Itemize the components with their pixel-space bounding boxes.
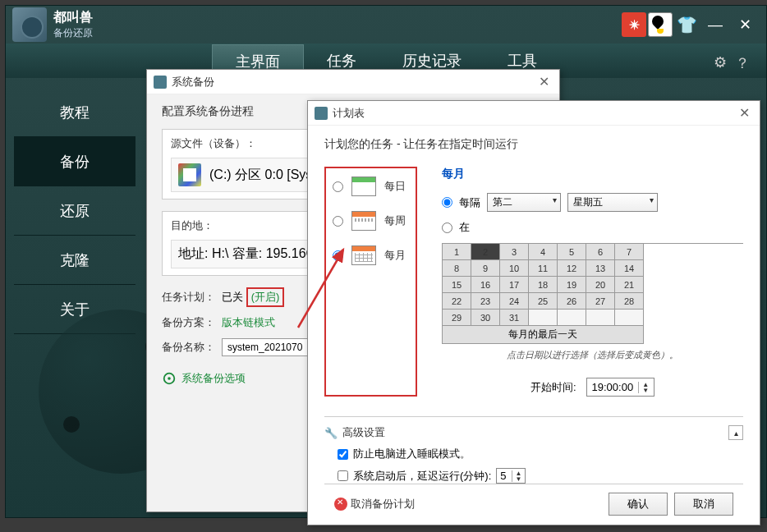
backup-name-input[interactable]: system_2021070 [222,338,308,356]
freq-weekly-radio[interactable] [333,216,343,227]
freq-monthly-radio[interactable] [333,250,343,261]
day-cell-21[interactable]: 21 [615,277,644,293]
sidebar-item-tutorial[interactable]: 教程 [14,88,135,137]
day-cell-17[interactable]: 17 [500,277,529,293]
day-cell-22[interactable]: 22 [443,293,471,310]
day-cell-7[interactable]: 7 [615,244,644,260]
backup-dialog-close[interactable]: ✕ [535,74,553,89]
theme-icon[interactable]: 👕 [674,12,699,37]
schedule-dialog: 计划表 ✕ 计划您的任务 - 让任务在指定时间运行 每日 每周 [307,100,760,525]
plan-status: 已关 [222,290,243,305]
weibo-icon[interactable]: ✴ [622,12,646,37]
day-cell-4[interactable]: 4 [529,244,558,260]
day-cell-1[interactable]: 1 [443,244,471,260]
monthly-every-radio[interactable] [442,197,452,208]
day-cell-28[interactable]: 28 [615,293,644,310]
collapse-button[interactable]: ▴ [728,425,743,440]
sidebar-item-restore[interactable]: 还原 [14,186,135,236]
calendar-weekly-icon [351,211,376,231]
day-cell-11[interactable]: 11 [529,260,558,277]
ok-button[interactable]: 确认 [609,493,668,516]
dialog-icon [315,107,328,120]
day-cell-blank [558,310,586,326]
scheme-value[interactable]: 版本链模式 [222,315,275,330]
wrench-icon: 🔧 [324,427,338,439]
day-cell-23[interactable]: 23 [471,293,500,310]
qq-icon[interactable] [648,12,673,37]
delay-minutes-input[interactable]: 5 ▲▼ [496,468,526,484]
name-label: 备份名称： [162,340,215,355]
help-icon[interactable]: ？ [735,53,750,73]
schedule-dialog-title: 计划表 [333,106,736,121]
no-sleep-option[interactable]: 防止电脑进入睡眠模式。 [338,447,743,461]
freq-daily-radio[interactable] [333,181,343,192]
freq-monthly-option[interactable]: 每月 [333,245,406,265]
day-cell-31[interactable]: 31 [500,310,529,326]
day-cell-26[interactable]: 26 [558,293,586,310]
start-time-label: 开始时间: [530,380,576,395]
day-cell-blank [586,310,615,326]
start-time-input[interactable]: 19:00:00 ▲▼ [586,378,655,397]
scheme-label: 备份方案： [162,315,215,330]
day-cell-16[interactable]: 16 [471,277,500,293]
day-cell-15[interactable]: 15 [443,277,471,293]
delay-start-option[interactable]: 系统启动后，延迟运行(分钟): 5 ▲▼ [338,468,743,484]
weekday-select[interactable]: 星期五 [567,193,658,212]
app-logo-icon [12,7,47,42]
monthly-on-radio[interactable] [442,222,452,233]
calendar-monthly-icon [351,245,376,265]
close-button[interactable]: ✕ [731,16,760,34]
on-label: 在 [459,220,470,235]
last-day-cell[interactable]: 每月的最后一天 [443,326,644,344]
schedule-heading: 计划您的任务 - 让任务在指定时间运行 [324,137,743,152]
freq-weekly-option[interactable]: 每周 [333,211,406,231]
day-cell-3[interactable]: 3 [500,244,529,260]
sidebar: 教程 备份 还原 克隆 关于 [14,88,135,334]
minimize-button[interactable]: — [700,16,731,34]
settings-icon[interactable]: ⚙ [714,53,727,73]
day-cell-5[interactable]: 5 [558,244,586,260]
day-cell-30[interactable]: 30 [471,310,500,326]
delay-start-checkbox[interactable] [338,470,348,481]
day-cell-13[interactable]: 13 [586,260,615,277]
day-cell-12[interactable]: 12 [558,260,586,277]
cancel-button[interactable]: 取消 [674,493,733,516]
sidebar-item-clone[interactable]: 克隆 [14,236,135,285]
dest-drive-text: 地址: H:\ 容量: 195.16GB [178,245,325,263]
plan-toggle-link[interactable]: (开启) [251,291,280,303]
spinner-buttons[interactable]: ▲▼ [638,382,649,393]
ordinal-select[interactable]: 第二 [487,193,561,212]
day-cell-6[interactable]: 6 [586,244,615,260]
day-cell-8[interactable]: 8 [443,260,471,277]
every-label: 每隔 [459,195,480,210]
day-cell-2[interactable]: 2 [471,244,500,260]
freq-daily-option[interactable]: 每日 [333,177,406,196]
day-cell-18[interactable]: 18 [529,277,558,293]
windows-icon [178,163,201,186]
day-cell-14[interactable]: 14 [615,260,644,277]
calendar-daily-icon [351,177,376,196]
day-cell-25[interactable]: 25 [529,293,558,310]
day-cell-27[interactable]: 27 [586,293,615,310]
app-title: 都叫兽 [53,9,93,26]
day-cell-9[interactable]: 9 [471,260,500,277]
day-cell-blank [529,310,558,326]
day-cell-29[interactable]: 29 [443,310,471,326]
day-calendar[interactable]: 1234567891011121314151617181920212223242… [442,243,743,344]
frequency-group: 每日 每周 每月 [324,167,417,397]
no-sleep-checkbox[interactable] [338,449,348,460]
monthly-title: 每月 [442,167,743,181]
schedule-dialog-close[interactable]: ✕ [736,105,753,121]
calendar-hint: 点击日期以进行选择（选择后变成黄色）。 [442,349,743,361]
day-cell-19[interactable]: 19 [558,277,586,293]
day-cell-20[interactable]: 20 [586,277,615,293]
plan-label: 任务计划： [162,290,215,305]
backup-dialog-title: 系统备份 [172,75,535,89]
gear-icon [162,371,177,386]
title-bar: 都叫兽 备份还原 ✴ 👕 — ✕ [6,6,766,44]
app-subtitle: 备份还原 [53,26,93,40]
sidebar-item-backup[interactable]: 备份 [14,137,135,186]
day-cell-10[interactable]: 10 [500,260,529,277]
cancel-plan-link[interactable]: 取消备份计划 [334,497,415,511]
day-cell-24[interactable]: 24 [500,293,529,310]
